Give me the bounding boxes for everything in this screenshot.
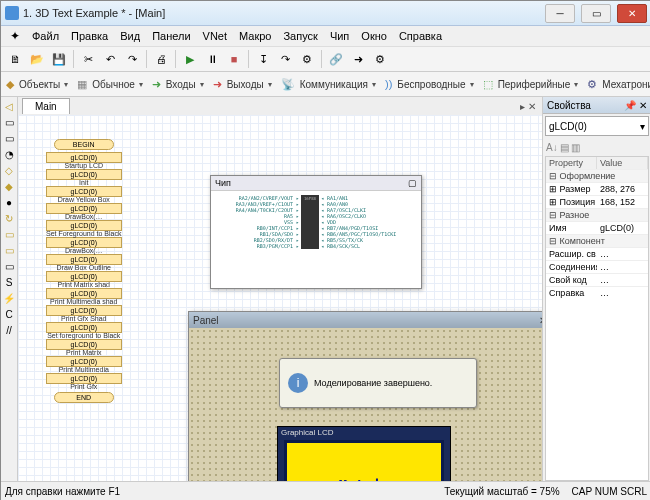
menu-macro[interactable]: Макро	[234, 29, 276, 43]
props-title: Свойства	[547, 100, 591, 111]
props-az-icon[interactable]: A↓	[546, 142, 558, 153]
print-icon[interactable]: 🖨	[151, 49, 171, 69]
minimize-button[interactable]: ─	[545, 4, 575, 23]
fc-step-label: Draw Yellow Box	[46, 196, 122, 203]
redo-icon[interactable]: ↷	[122, 49, 142, 69]
palette-code-icon[interactable]: C	[3, 309, 15, 321]
palette-switch-icon[interactable]: ◆	[3, 181, 15, 193]
palette-comment-icon[interactable]: //	[3, 325, 15, 337]
properties-panel: Свойства📌 ✕ gLCD(0)▾ A↓▤▥ PropertyValue …	[542, 97, 650, 481]
palette-interrupt-icon[interactable]: ⚡	[3, 293, 15, 305]
fc-step-label: DrawBox(…	[46, 213, 122, 220]
save-icon[interactable]: 💾	[49, 49, 69, 69]
toolbar-main: 🗎 📂 💾 ✂ ↶ ↷ 🖨 ▶ ⏸ ■ ↧ ↷ ⚙ 🔗 ➜ ⚙	[1, 47, 650, 72]
palette-macro-icon[interactable]: ▭	[3, 229, 15, 241]
grp-periph[interactable]: Периферийные	[496, 79, 573, 90]
chip-pin: ◂ RB4/SCK/SCL	[321, 243, 396, 249]
panel-title: Panel	[193, 315, 219, 326]
open-icon[interactable]: 📂	[27, 49, 47, 69]
grp-common-icon[interactable]: ▦	[76, 74, 88, 94]
tool-palette: ◁ ▭ ▭ ◔ ◇ ◆ ● ↻ ▭ ▭ ▭ S ⚡ C //	[1, 97, 18, 481]
props-pin-icon[interactable]: 📌 ✕	[624, 100, 647, 111]
menu-chip[interactable]: Чип	[325, 29, 354, 43]
compile-icon[interactable]: ⚙	[297, 49, 317, 69]
fc-step-label: Set Foreground to Black	[46, 230, 122, 237]
tab-scroll-icon[interactable]: ▸ ✕	[514, 101, 542, 112]
lcd-line-1: Matrix	[339, 477, 390, 481]
grp-outputs-icon[interactable]: ➜	[212, 74, 223, 94]
chip-window[interactable]: Чип▢ RA2/AN2/CVREF/VOUT ▸RA3/AN3/VREF+/C…	[210, 175, 422, 289]
grp-periph-icon[interactable]: ⬚	[482, 74, 494, 94]
chip-expand-icon[interactable]: ▢	[408, 178, 417, 188]
lcd-component[interactable]: Graphical LCD Matrix Multimedia Gfx LCD	[277, 426, 451, 481]
upload-icon[interactable]: ➜	[348, 49, 368, 69]
app-icon	[5, 6, 19, 20]
grp-objects-icon[interactable]: ◆	[5, 74, 15, 94]
step-into-icon[interactable]: ↧	[253, 49, 273, 69]
cut-icon[interactable]: ✂	[78, 49, 98, 69]
titlebar: 1. 3D Text Example * - [Main] ─ ▭ ✕	[1, 1, 650, 26]
grp-inputs-icon[interactable]: ➜	[151, 74, 162, 94]
menu-view[interactable]: Вид	[115, 29, 145, 43]
canvas-grid[interactable]: BEGIN gLCD(0)Startup LCDgLCD(0)InitgLCD(…	[18, 115, 542, 481]
grp-wireless[interactable]: Беспроводные	[395, 79, 467, 90]
menu-panels[interactable]: Панели	[147, 29, 195, 43]
panel-close-icon[interactable]: ✕	[539, 315, 542, 326]
config-icon[interactable]: ⚙	[370, 49, 390, 69]
palette-calc-icon[interactable]: ▭	[3, 261, 15, 273]
fc-step-label: Print Gfx	[46, 383, 122, 390]
undo-icon[interactable]: ↶	[100, 49, 120, 69]
grp-mecha[interactable]: Мехатроника	[600, 79, 650, 90]
panel-window[interactable]: Panel✕ i Моделирование завершено. Graphi…	[188, 311, 542, 481]
menubar: ✦ Файл Правка Вид Панели VNet Макро Запу…	[1, 26, 650, 47]
grp-comm[interactable]: Коммуникация	[298, 79, 370, 90]
tab-main[interactable]: Main	[22, 98, 70, 114]
grp-comm-icon[interactable]: 📡	[280, 74, 296, 94]
palette-input-icon[interactable]: ▭	[3, 117, 15, 129]
new-icon[interactable]: 🗎	[5, 49, 25, 69]
props-object-select[interactable]: gLCD(0)▾	[545, 116, 649, 136]
connect-icon[interactable]: 🔗	[326, 49, 346, 69]
menu-help[interactable]: Справка	[394, 29, 447, 43]
palette-delay-icon[interactable]: ◔	[3, 149, 15, 161]
flowchart: BEGIN gLCD(0)Startup LCDgLCD(0)InitgLCD(…	[46, 139, 122, 403]
palette-decision-icon[interactable]: ◇	[3, 165, 15, 177]
palette-component-icon[interactable]: ▭	[3, 245, 15, 257]
palette-output-icon[interactable]: ▭	[3, 133, 15, 145]
grp-objects[interactable]: Объекты	[17, 79, 62, 90]
menu-edit[interactable]: Правка	[66, 29, 113, 43]
grp-inputs[interactable]: Входы	[164, 79, 198, 90]
props-page-icon[interactable]: ▥	[571, 142, 580, 153]
status-zoom: Текущий масштаб = 75%	[444, 486, 559, 497]
lcd-caption: Graphical LCD	[278, 427, 450, 438]
play-icon[interactable]: ▶	[180, 49, 200, 69]
fc-begin[interactable]: BEGIN	[54, 139, 114, 150]
fc-end[interactable]: END	[54, 392, 114, 403]
palette-string-icon[interactable]: S	[3, 277, 15, 289]
grp-mecha-icon[interactable]: ⚙	[586, 74, 598, 94]
stop-icon[interactable]: ■	[224, 49, 244, 69]
menu-file[interactable]: Файл	[27, 29, 64, 43]
props-cat-misc: ⊟ Разное	[546, 208, 648, 221]
props-cat-icon[interactable]: ▤	[560, 142, 569, 153]
grp-common[interactable]: Обычное	[90, 79, 137, 90]
simulation-message[interactable]: i Моделирование завершено.	[279, 358, 477, 408]
props-cat-appearance: ⊟ Оформление	[546, 169, 648, 182]
pause-icon[interactable]: ⏸	[202, 49, 222, 69]
grp-outputs[interactable]: Выходы	[225, 79, 266, 90]
maximize-button[interactable]: ▭	[581, 4, 611, 23]
step-over-icon[interactable]: ↷	[275, 49, 295, 69]
grp-wireless-icon[interactable]: ))	[384, 74, 393, 94]
menu-run[interactable]: Запуск	[278, 29, 322, 43]
palette-pointer-icon[interactable]: ◁	[3, 101, 15, 113]
menu-window[interactable]: Окно	[356, 29, 392, 43]
chip-title: Чип	[215, 178, 231, 188]
fc-step-label: DrawBox(…	[46, 247, 122, 254]
props-cat-component: ⊟ Компонент	[546, 234, 648, 247]
palette-connection-icon[interactable]: ●	[3, 197, 15, 209]
props-grid[interactable]: PropertyValue ⊟ Оформление ⊞ Размер288, …	[545, 156, 649, 481]
menu-vnet[interactable]: VNet	[198, 29, 232, 43]
sysmenu-icon[interactable]: ✦	[5, 28, 25, 44]
close-button[interactable]: ✕	[617, 4, 647, 23]
palette-loop-icon[interactable]: ↻	[3, 213, 15, 225]
